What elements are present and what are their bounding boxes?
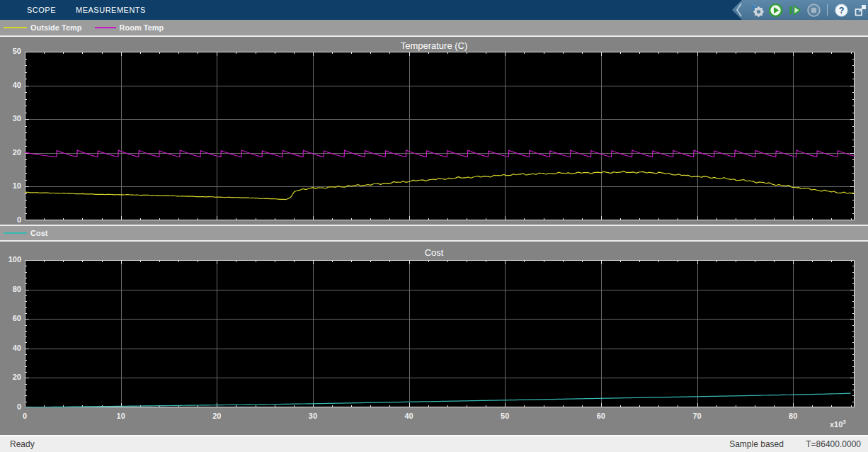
step-forward-icon: [787, 3, 802, 18]
x-tick-label: 80: [779, 412, 807, 420]
y-tick-label: 60: [0, 314, 21, 322]
x-tick-label: 40: [395, 412, 423, 420]
legend-bar-cost: Cost: [0, 225, 868, 242]
legend-bar-temperature: Outside Temp Room Temp: [0, 20, 868, 37]
y-tick-label: 0: [0, 215, 21, 224]
y-tick-label: 20: [0, 148, 21, 157]
svg-text:?: ?: [838, 6, 844, 16]
run-icon: [768, 3, 783, 18]
status-right: Sample based T=86400.0000: [709, 439, 861, 449]
plot-bg: [25, 260, 855, 407]
simulation-settings-button[interactable]: [749, 1, 765, 18]
x-tick-label: 20: [202, 412, 231, 420]
chevron-left-icon: [734, 0, 744, 20]
tab-measurements[interactable]: MEASUREMENTS: [66, 0, 156, 20]
status-text: Ready: [10, 439, 35, 449]
y-tick-label: 40: [0, 344, 21, 352]
y-tick-label: 100: [0, 255, 21, 264]
y-tick-label: 0: [0, 402, 21, 411]
y-tick-label: 30: [0, 114, 21, 123]
y-tick-label: 50: [0, 47, 21, 55]
x-axis-multiplier: x103: [830, 419, 846, 429]
help-button[interactable]: ?: [833, 1, 849, 18]
status-bar: Ready Sample based T=86400.0000: [0, 435, 868, 452]
legend-outside-temp[interactable]: Outside Temp: [4, 23, 82, 32]
gear-flag-icon: [749, 2, 765, 18]
y-tick-label: 20: [0, 373, 21, 381]
temperature-panel: Temperature (C) 01020304050: [0, 37, 868, 225]
temperature-plot-canvas[interactable]: 01020304050: [0, 37, 868, 225]
legend-room-temp[interactable]: Room Temp: [95, 23, 164, 32]
step-forward-button[interactable]: [787, 1, 803, 18]
x-tick-label: 30: [299, 412, 327, 420]
legend-label-outside-temp: Outside Temp: [30, 23, 82, 32]
toolbar-separator: [827, 4, 828, 16]
simulation-time-label: T=86400.0000: [806, 439, 861, 449]
help-icon: ?: [834, 3, 849, 18]
cost-panel: Cost 02040608010001020304050607080 x103: [0, 242, 868, 435]
x-tick-label: 60: [587, 412, 615, 420]
toolbar: SCOPE MEASUREMENTS: [0, 0, 868, 20]
y-tick-label: 10: [0, 181, 21, 190]
popout-icon: [853, 3, 868, 18]
legend-label-cost: Cost: [30, 229, 47, 237]
stop-button[interactable]: [806, 1, 822, 18]
scope-window: SCOPE MEASUREMENTS: [0, 0, 868, 452]
legend-line-room-temp: [95, 27, 116, 28]
stop-icon: [806, 3, 821, 18]
y-tick-label: 80: [0, 285, 21, 293]
legend-line-outside-temp: [4, 27, 27, 28]
cost-plot-canvas[interactable]: 02040608010001020304050607080: [0, 242, 868, 435]
temperature-plot-area[interactable]: [25, 52, 855, 220]
run-button[interactable]: [768, 1, 784, 18]
y-tick-label: 40: [0, 81, 21, 89]
tab-scope[interactable]: SCOPE: [17, 0, 66, 20]
legend-cost[interactable]: Cost: [4, 229, 47, 237]
x-tick-label: 10: [107, 412, 135, 420]
legend-label-room-temp: Room Temp: [120, 23, 164, 32]
x-tick-label: 0: [11, 412, 39, 420]
toolbar-action-banner: ?: [729, 0, 868, 20]
legend-line-cost: [4, 232, 27, 234]
sample-mode-label: Sample based: [729, 439, 784, 449]
cost-plot-area[interactable]: [25, 260, 855, 407]
x-tick-label: 50: [491, 412, 519, 420]
x-tick-label: 70: [683, 412, 712, 420]
popout-button[interactable]: [852, 1, 868, 18]
